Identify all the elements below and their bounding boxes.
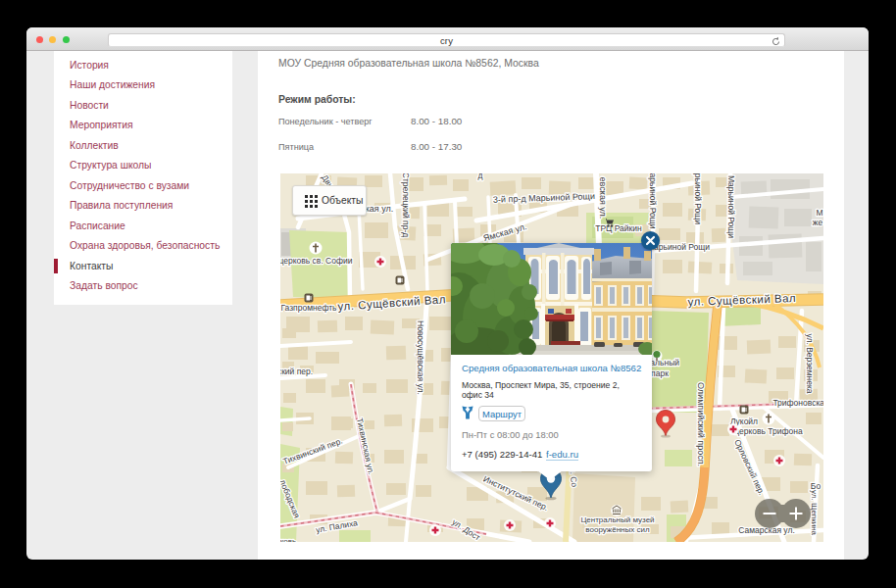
- svg-text:евская ул.: евская ул.: [598, 177, 608, 220]
- svg-text:М: М: [816, 208, 822, 218]
- svg-text:церковь Трифона: церковь Трифона: [734, 426, 803, 436]
- svg-text:вооружённых сил: вооружённых сил: [585, 525, 650, 534]
- svg-text:ковь: ковь: [280, 537, 296, 542]
- svg-text:Центральный музей: Центральный музей: [580, 515, 654, 524]
- svg-text:ул. Щепкина: ул. Щепкина: [810, 490, 819, 536]
- svg-text:Стрелецкий пр-д: Стрелецкий пр-д: [401, 173, 411, 237]
- svg-text:Марьиной Рощи: Марьиной Рощи: [726, 175, 736, 238]
- svg-text:ТРЦ Райкин: ТРЦ Райкин: [595, 223, 642, 233]
- svg-text:же: же: [813, 218, 823, 227]
- svg-text:Олимпийский просп.: Олимпийский просп.: [696, 382, 706, 466]
- svg-text:д: д: [478, 173, 483, 180]
- svg-text:ский пер.: ский пер.: [280, 367, 313, 376]
- svg-text:Новосущёвская ул.: Новосущёвская ул.: [416, 320, 425, 395]
- svg-text:Орловский пер.: Орловский пер.: [732, 438, 767, 497]
- svg-text:Газпромнефть: Газпромнефть: [280, 303, 337, 313]
- svg-text:арьиной Рощи: арьиной Рощи: [648, 173, 658, 229]
- svg-text:Трифоновская: Трифоновская: [772, 398, 823, 408]
- svg-text:ул. Верземнека: ул. Верземнека: [805, 333, 815, 393]
- svg-text:церковь св. Софии: церковь св. Софии: [280, 256, 353, 266]
- svg-text:кая ул.: кая ул.: [366, 204, 394, 214]
- svg-text:зрьиной Рощи: зрьиной Рощи: [693, 173, 703, 224]
- svg-text:парк: парк: [651, 368, 669, 378]
